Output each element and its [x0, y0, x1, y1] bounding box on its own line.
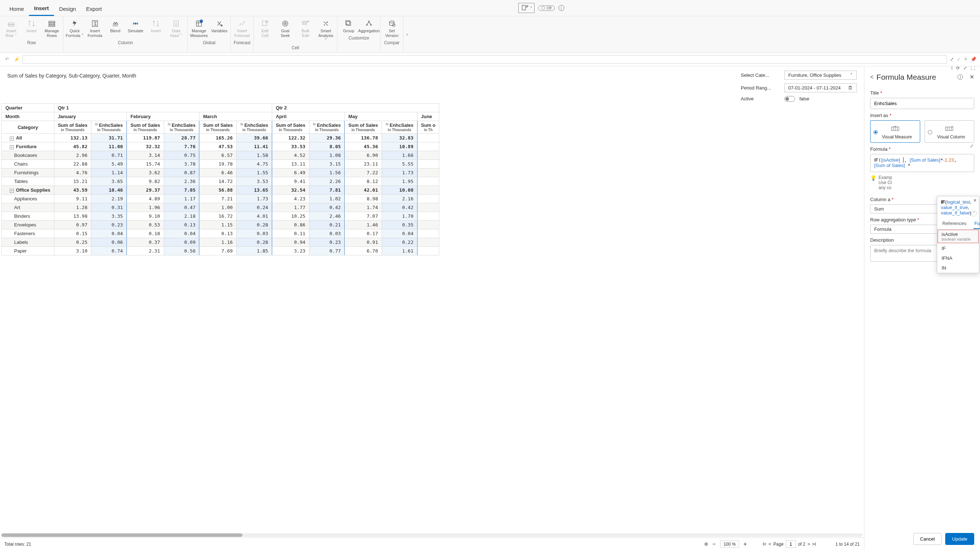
tab-home[interactable]: Home — [4, 3, 29, 16]
ribbon-group[interactable]: Group — [339, 19, 358, 34]
active-toggle[interactable] — [784, 96, 795, 102]
svg-rect-8 — [92, 21, 98, 27]
pin-icon[interactable]: 📌 — [970, 57, 976, 62]
horizontal-scrollbar[interactable] — [2, 533, 862, 537]
ac-tab-functions[interactable]: Functions — [974, 218, 980, 229]
table-row[interactable]: −Office Supplies43.5910.4629.377.0556.88… — [2, 186, 439, 195]
cancel-button[interactable]: Cancel — [913, 533, 942, 545]
panel-close-icon[interactable]: ✕ — [969, 73, 974, 80]
ribbon-manage-measures[interactable]: 1ManageMeasures — [189, 19, 209, 39]
ac-item-ifna[interactable]: IFNA — [937, 253, 979, 263]
sig-fn: IF — [941, 199, 945, 205]
sig-p2: value_if_true — [941, 205, 968, 210]
table-row[interactable]: Chairs22.885.4915.743.7819.784.7513.113.… — [2, 160, 439, 168]
ribbon-insert-row: InsertRow ˅ — [2, 19, 21, 39]
zoom-level[interactable]: 100 % — [720, 540, 739, 548]
expand-icon[interactable]: ⤢ — [950, 57, 954, 62]
table-row[interactable]: Labels0.250.060.370.091.160.280.940.230.… — [2, 238, 439, 247]
svg-rect-5 — [49, 21, 55, 23]
ribbon-blend[interactable]: Blend — [105, 19, 125, 39]
first-page-icon[interactable]: I< — [763, 542, 767, 547]
prev-page-icon[interactable]: < — [769, 542, 771, 547]
ac-tab-references[interactable]: References — [942, 218, 967, 229]
zoom-in[interactable]: + — [743, 541, 746, 547]
last-page-icon[interactable]: >I — [812, 542, 816, 547]
ribbon-aggregation[interactable]: Aggregation — [359, 19, 379, 34]
panel-back-icon[interactable]: < — [870, 74, 873, 80]
panel-resize-icon[interactable]: ⤢ — [963, 66, 967, 71]
hint3: any co — [878, 185, 891, 190]
ac-close-icon[interactable]: ✕ — [973, 198, 977, 203]
cancel-icon[interactable]: ✕ — [964, 57, 968, 62]
ribbon-variables[interactable]: Variables — [210, 19, 229, 39]
ribbon-scroll-right[interactable]: › — [403, 16, 410, 52]
info-icon[interactable]: i — [558, 5, 564, 11]
ribbon-set-version[interactable]: SetVersion — [382, 19, 402, 39]
svg-line-40 — [369, 22, 371, 24]
table-row[interactable]: Bookcases2.960.713.140.756.571.584.521.0… — [2, 151, 439, 160]
ribbon-data-input: DataInput ˅ — [166, 19, 186, 39]
tab-insert[interactable]: Insert — [29, 2, 54, 16]
bolt-icon[interactable]: ⚡ — [13, 57, 19, 62]
ribbon-simulate[interactable]: Simulate — [126, 19, 145, 39]
visual-column-option[interactable]: Visual Column — [924, 120, 975, 143]
tab-design[interactable]: Design — [54, 3, 81, 16]
settings-icon[interactable]: ⚙ — [704, 542, 708, 547]
formula-ref3: [Sum of Sales] — [874, 163, 905, 168]
svg-point-38 — [371, 24, 372, 26]
zoom-out[interactable]: − — [713, 541, 716, 547]
filter-active-label: Active — [741, 96, 777, 102]
ac-item-in[interactable]: IN — [937, 263, 979, 273]
undo-icon[interactable]: ↶ — [4, 57, 10, 62]
ribbon-quick-formula[interactable]: QuickFormula ˅ — [65, 19, 84, 39]
table-row[interactable]: Appliances9.112.194.891.177.211.734.231.… — [2, 195, 439, 203]
sig-p3: value_if_false — [941, 210, 970, 216]
table-row[interactable]: Furnishings4.761.143.620.876.461.556.491… — [2, 168, 439, 177]
ribbon-tabs: Home Insert Design Export ˅ Off i — [0, 0, 980, 16]
table-row[interactable]: −Furniture45.8211.0032.327.7647.5311.413… — [2, 142, 439, 151]
edit-mode-dropdown[interactable]: ˅ — [518, 3, 535, 13]
table-row[interactable]: Tables15.213.659.822.3614.723.539.412.26… — [2, 177, 439, 186]
ribbon-smart[interactable]: SmartAnalysis ˅ — [316, 19, 336, 44]
data-grid[interactable]: QuarterQtr 1Qtr 2MonthJanuaryFebruaryMar… — [2, 103, 439, 256]
visual-measure-option[interactable]: Visual Measure — [870, 120, 920, 143]
ribbon-goal-seek[interactable]: GoalSeek — [275, 19, 295, 44]
table-row[interactable]: Art1.280.311.960.471.000.241.770.421.740… — [2, 203, 439, 212]
table-row[interactable]: Paper3.100.742.310.567.691.853.230.776.7… — [2, 247, 439, 256]
formula-input[interactable]: IF([isActive] , [Sum of Sales]*-1.23, [S… — [870, 154, 974, 172]
panel-maximize-icon[interactable]: ⛶ — [970, 66, 975, 71]
ribbon-insert-formula[interactable]: InsertFormula — [85, 19, 105, 39]
formula-expand-icon[interactable]: ⤢ — [969, 143, 974, 149]
update-button[interactable]: Update — [945, 533, 974, 545]
svg-point-41 — [390, 21, 394, 23]
filter-range-picker[interactable]: 07-01-2024 - 07-11-2024 🗓 — [784, 83, 857, 92]
filter-category-label: Select Cate... — [741, 73, 777, 78]
confirm-icon[interactable]: ✓ — [957, 57, 961, 62]
panel-title-info-icon[interactable]: i — [958, 74, 963, 80]
next-page-icon[interactable]: > — [808, 542, 810, 547]
filter-area: Sum of Sales by Category, Sub-Category, … — [0, 66, 864, 103]
svg-rect-1 — [8, 23, 14, 24]
svg-rect-31 — [302, 23, 307, 25]
title-input[interactable] — [870, 98, 974, 109]
ac-expand-icon[interactable]: ˅ — [971, 210, 977, 216]
ribbon-manage-rows[interactable]: ManageRows — [42, 19, 62, 39]
hint1: Examp — [878, 175, 892, 180]
ac-item-if[interactable]: IF — [937, 243, 979, 253]
svg-rect-6 — [49, 23, 55, 25]
ac-item-isactive[interactable]: isActiveboolean variable — [937, 229, 979, 243]
table-row[interactable]: −All132.1331.71119.8728.77165.2639.66122… — [2, 134, 439, 142]
table-row[interactable]: Fasteners0.150.040.180.040.130.030.110.0… — [2, 229, 439, 238]
panel-refresh-icon[interactable]: ⟳ — [956, 66, 960, 71]
formula-bar-input[interactable] — [22, 55, 947, 64]
table-row[interactable]: Envelopes0.970.230.530.131.150.280.860.2… — [2, 221, 439, 229]
svg-rect-34 — [347, 22, 351, 26]
filter-category-dropdown[interactable]: Furniture, Office Supplies ˅ — [784, 71, 857, 80]
off-pill[interactable]: Off — [538, 5, 555, 11]
table-row[interactable]: Binders13.983.359.102.1816.724.0110.252.… — [2, 212, 439, 221]
svg-rect-35 — [346, 21, 350, 25]
filter-range-label: Period Rang... — [741, 85, 777, 91]
panel-info-icon[interactable]: i — [951, 66, 953, 71]
tab-export[interactable]: Export — [81, 3, 107, 16]
page-input[interactable] — [786, 540, 796, 548]
